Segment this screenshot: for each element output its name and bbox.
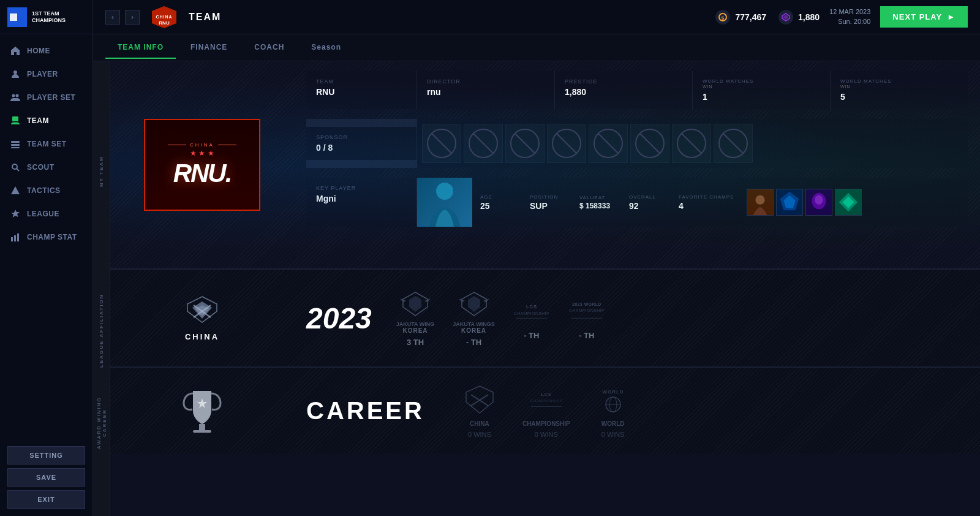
china-award-wins: 0 WINS [468, 431, 491, 438]
result-icon-3: LCS CHAMPIONSHIP [513, 296, 550, 324]
exit-button[interactable]: EXIT [7, 490, 85, 509]
svg-rect-14 [14, 235, 16, 241]
svg-rect-39 [516, 318, 547, 319]
team-logo-area: CHINA RNU [149, 5, 179, 29]
sponsor-slot-7[interactable] [672, 124, 711, 163]
forward-button[interactable]: › [125, 10, 140, 25]
svg-marker-12 [11, 186, 20, 194]
svg-rect-42 [571, 318, 602, 319]
svg-point-4 [12, 94, 15, 97]
setting-button[interactable]: SETTING [7, 446, 85, 465]
player-champs-cell [742, 178, 867, 227]
home-icon [10, 45, 21, 56]
svg-text:CHAMPIONSHIP: CHAMPIONSHIP [530, 399, 562, 403]
app-title: 1ST TEAM CHAMPIONS [32, 10, 66, 24]
sidebar-item-champ-stat[interactable]: CHAMP STAT [0, 226, 92, 249]
result-icon-2 [456, 290, 492, 317]
tab-team-info[interactable]: TEAM INFO [105, 37, 176, 59]
gold-icon: $ [715, 10, 730, 25]
sections-container: CHINA ★ ★ ★ RNU. TEAM [110, 61, 980, 516]
key-player-content: AGE 25 POSITION SUP ValueAT $ [417, 178, 968, 227]
career-logo-area [110, 368, 294, 453]
world-award-icon: WORLD [595, 383, 631, 417]
league-icon [10, 208, 21, 219]
team-icon [10, 115, 21, 126]
player-fav-champs-cell: FAVORITE CHAMPS 4 [671, 178, 741, 227]
league-result-place-3: - TH [524, 331, 539, 340]
champ-icon-4 [835, 189, 862, 216]
svg-text:CHINA: CHINA [156, 15, 172, 19]
svg-rect-6 [12, 116, 18, 121]
side-labels: MY TEAM LEAGUE AFFILIATION AWARD WINING … [93, 61, 110, 516]
league-results: JAKUTA WING KOREA 3 TH [396, 290, 605, 347]
gems-icon [778, 10, 793, 25]
sponsor-slot-4[interactable] [547, 124, 586, 163]
sponsor-slots [417, 119, 968, 168]
svg-text:2023 WORLD: 2023 WORLD [572, 302, 601, 306]
sidebar-item-tactics[interactable]: TACTICS [0, 179, 92, 202]
badge-name-container: RNU. [173, 159, 232, 188]
svg-text:CHAMPIONSHIP: CHAMPIONSHIP [569, 308, 605, 313]
career-awards: CHINA 0 WINS LCS CHAMPIONSHIP [461, 383, 631, 438]
sponsor-slot-8[interactable] [714, 124, 753, 163]
league-result-4: 2023 WORLD CHAMPIONSHIP - TH [568, 296, 605, 340]
key-player-row: KEY PLAYER Mgni [306, 178, 968, 227]
team-info-grid: TEAM RNU DIRECTOR rnu PRESTIGE 1,880 [294, 61, 980, 268]
sidebar-item-scout[interactable]: SCOUT [0, 156, 92, 179]
my-team-label: MY TEAM [93, 61, 110, 282]
sidebar-item-team[interactable]: TEAM [0, 109, 92, 132]
svg-rect-0 [10, 13, 17, 21]
date-display: 12 MAR 2023 Sun. 20:00 [829, 7, 870, 26]
china-award-label: CHINA [470, 420, 489, 427]
result-icon-1 [397, 290, 434, 317]
china-league-text: CHINA [185, 332, 219, 341]
badge-stars: ★ ★ ★ [190, 149, 214, 157]
china-league-logo: CHINA [183, 295, 222, 341]
sponsor-slot-6[interactable] [630, 124, 669, 163]
svg-rect-7 [11, 141, 20, 143]
sponsor-slot-5[interactable] [589, 124, 628, 163]
page-content: MY TEAM LEAGUE AFFILIATION AWARD WINING … [93, 61, 980, 516]
award-label: AWARD WINING CAREER [93, 380, 110, 466]
sidebar: 1ST TEAM CHAMPIONS HOME PLAYER [0, 0, 93, 516]
china-league-icon [183, 295, 222, 327]
tab-coach[interactable]: COACH [242, 37, 296, 59]
champ-icon-1 [747, 189, 774, 216]
svg-text:CHAMPIONSHIP: CHAMPIONSHIP [514, 311, 549, 316]
sponsor-slot-3[interactable] [505, 124, 545, 163]
champ-icon-3 [805, 189, 832, 216]
league-result-place-4: - TH [579, 331, 594, 340]
svg-rect-44 [193, 430, 211, 433]
sponsor-slot-2[interactable] [464, 124, 503, 163]
sidebar-item-home[interactable]: HOME [0, 39, 92, 63]
next-play-button[interactable]: NEXT PLAY ► [880, 6, 968, 28]
sponsor-row: Sponsor 0 / 8 [306, 119, 968, 168]
sidebar-item-league[interactable]: LEAGUE [0, 202, 92, 226]
tactics-icon [10, 185, 21, 196]
save-button[interactable]: SAVE [7, 468, 85, 487]
sidebar-item-player[interactable]: PLAYER [0, 63, 92, 86]
tab-season[interactable]: Season [299, 37, 353, 59]
world-matches-2-cell: WORLD MATCHES Win 5 [831, 71, 968, 109]
my-team-section: CHINA ★ ★ ★ RNU. TEAM [110, 61, 980, 270]
svg-text:LCS: LCS [526, 304, 537, 309]
gems-currency: 1,880 [778, 10, 820, 25]
career-title: CAREER [306, 397, 424, 425]
svg-point-32 [815, 195, 823, 205]
svg-text:LCS: LCS [541, 392, 551, 396]
sidebar-item-team-set[interactable]: TEAM SET [0, 132, 92, 156]
key-player-label-cell: KEY PLAYER Mgni [306, 178, 417, 227]
svg-rect-51 [531, 406, 562, 407]
back-button[interactable]: ‹ [105, 10, 120, 25]
team-set-icon [10, 138, 21, 150]
svg-rect-13 [11, 237, 13, 241]
sponsor-slot-1[interactable] [422, 124, 461, 163]
tab-finance[interactable]: FINANCE [178, 37, 239, 59]
svg-point-10 [12, 164, 17, 169]
champ-icon-2 [776, 189, 803, 216]
topbar: ‹ › CHINA RNU TEAM $ [93, 0, 980, 34]
champ-stat-icon [10, 232, 21, 243]
player-age-cell: AGE 25 [473, 178, 522, 227]
sidebar-item-player-set[interactable]: PLAYER SET [0, 86, 92, 109]
sponsor-label-cell: Sponsor 0 / 8 [306, 127, 417, 160]
